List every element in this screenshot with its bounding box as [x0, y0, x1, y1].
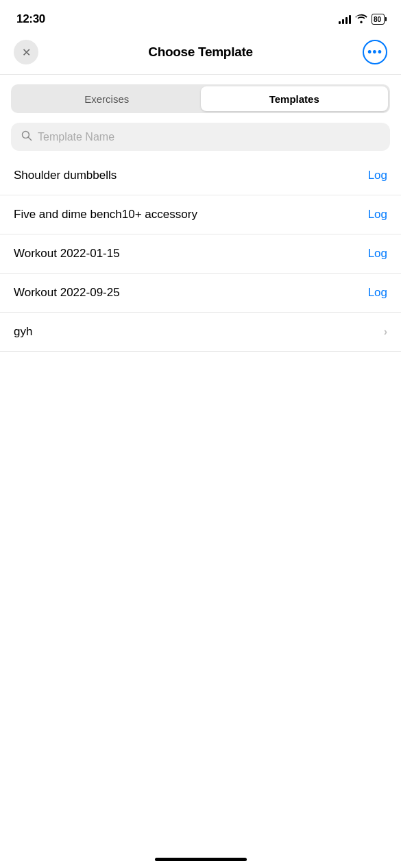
- more-icon: •••: [367, 45, 382, 60]
- template-name: Shoulder dumbbells: [14, 169, 117, 182]
- search-container: [11, 123, 390, 151]
- home-indicator: [155, 858, 247, 861]
- log-button[interactable]: Log: [368, 169, 387, 182]
- list-item[interactable]: Five and dime bench10+ accessory Log: [0, 195, 401, 234]
- log-button[interactable]: Log: [368, 208, 387, 221]
- segment-control: Exercises Templates: [11, 84, 390, 113]
- log-button[interactable]: Log: [368, 286, 387, 300]
- svg-line-1: [28, 137, 31, 140]
- status-time: 12:30: [16, 12, 45, 26]
- tab-templates[interactable]: Templates: [201, 86, 389, 111]
- more-options-button[interactable]: •••: [363, 40, 387, 64]
- list-item[interactable]: gyh ›: [0, 313, 401, 352]
- page-title: Choose Template: [148, 45, 252, 60]
- close-button[interactable]: ✕: [14, 40, 38, 64]
- template-name: Five and dime bench10+ accessory: [14, 208, 197, 221]
- wifi-icon: [355, 14, 367, 25]
- search-wrapper: [11, 123, 390, 151]
- status-icons: 80: [339, 14, 385, 25]
- log-button[interactable]: Log: [368, 247, 387, 261]
- close-icon: ✕: [22, 46, 31, 59]
- list-item[interactable]: Workout 2022-01-15 Log: [0, 234, 401, 274]
- list-item[interactable]: Shoulder dumbbells Log: [0, 156, 401, 195]
- signal-icon: [339, 14, 351, 24]
- search-icon: [21, 130, 32, 144]
- battery-icon: 80: [372, 14, 385, 25]
- search-input[interactable]: [38, 131, 380, 143]
- tab-exercises[interactable]: Exercises: [13, 86, 201, 111]
- template-list: Shoulder dumbbells Log Five and dime ben…: [0, 156, 401, 352]
- chevron-right-icon: ›: [384, 326, 387, 338]
- template-name: gyh: [14, 325, 32, 339]
- status-bar: 12:30 80: [0, 0, 401, 34]
- list-item[interactable]: Workout 2022-09-25 Log: [0, 274, 401, 313]
- template-name: Workout 2022-01-15: [14, 247, 120, 261]
- template-name: Workout 2022-09-25: [14, 286, 120, 300]
- nav-header: ✕ Choose Template •••: [0, 34, 401, 75]
